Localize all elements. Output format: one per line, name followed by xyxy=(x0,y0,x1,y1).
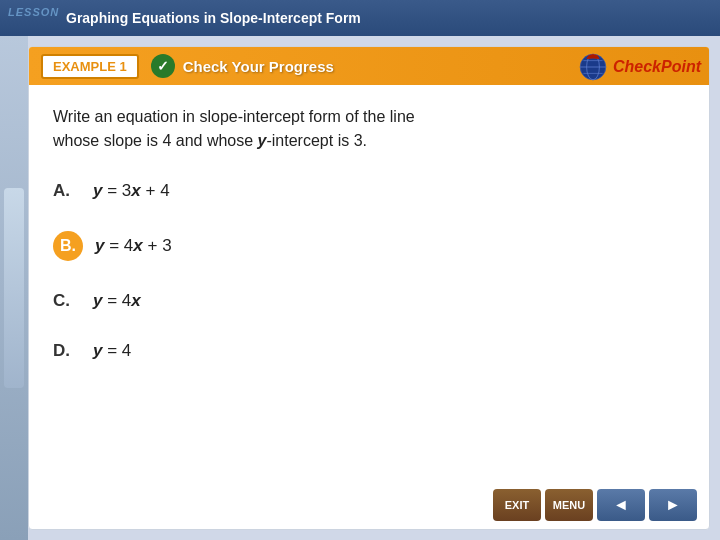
example-header: EXAMPLE 1 ✓ Check Your Progress xyxy=(29,47,709,85)
content-panel: EXAMPLE 1 ✓ Check Your Progress xyxy=(28,46,710,530)
checkpoint-icon xyxy=(577,51,609,83)
top-bar: LESSON Graphing Equations in Slope-Inter… xyxy=(0,0,720,36)
checkpoint-logo: CheckPoint xyxy=(577,51,701,83)
option-d-text: y = 4 xyxy=(93,341,131,361)
next-button[interactable]: ► xyxy=(649,489,697,521)
option-d-letter: D. xyxy=(53,341,77,361)
bottom-nav: EXIT MENU ◄ ► xyxy=(481,481,709,529)
option-b-text: y = 4x + 3 xyxy=(95,236,172,256)
option-c-letter: C. xyxy=(53,291,77,311)
option-c-text: y = 4x xyxy=(93,291,141,311)
check-your-progress-label: Check Your Progress xyxy=(183,58,334,75)
option-b-letter: B. xyxy=(53,231,83,261)
option-a-letter: A. xyxy=(53,181,77,201)
lesson-label: LESSON xyxy=(8,6,59,18)
main-area: EXAMPLE 1 ✓ Check Your Progress xyxy=(0,36,720,540)
prev-button[interactable]: ◄ xyxy=(597,489,645,521)
checkmark-icon: ✓ xyxy=(157,58,169,74)
option-b[interactable]: B. y = 4x + 3 xyxy=(53,227,685,265)
question-text: Write an equation in slope-intercept for… xyxy=(53,105,685,153)
option-d[interactable]: D. y = 4 xyxy=(53,337,685,365)
checkpoint-text: CheckPoint xyxy=(613,58,701,76)
option-a-text: y = 3x + 4 xyxy=(93,181,170,201)
option-c[interactable]: C. y = 4x xyxy=(53,287,685,315)
menu-button[interactable]: MENU xyxy=(545,489,593,521)
left-sidebar xyxy=(0,36,28,540)
option-a[interactable]: A. y = 3x + 4 xyxy=(53,177,685,205)
question-area: Write an equation in slope-intercept for… xyxy=(29,85,709,399)
page-title: Graphing Equations in Slope-Intercept Fo… xyxy=(66,10,361,26)
sidebar-decoration xyxy=(4,188,24,388)
exit-button[interactable]: EXIT xyxy=(493,489,541,521)
example-badge: EXAMPLE 1 xyxy=(41,54,139,79)
check-circle-icon: ✓ xyxy=(151,54,175,78)
